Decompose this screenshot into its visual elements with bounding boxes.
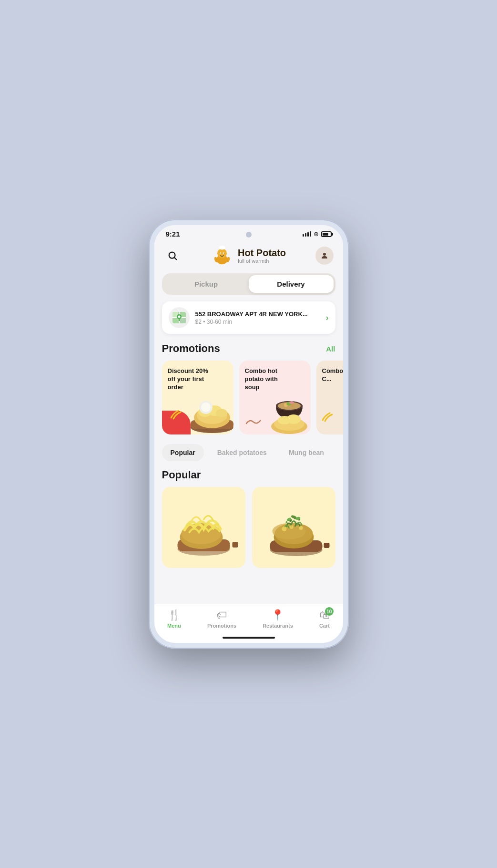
- address-chevron-icon: ›: [326, 313, 329, 323]
- svg-point-27: [216, 409, 227, 417]
- svg-point-8: [221, 253, 222, 254]
- promotions-icon: 🏷: [216, 609, 227, 621]
- svg-point-36: [289, 401, 294, 404]
- promo-deco-1: [169, 408, 183, 420]
- logo-area: Hot Potato full of warmth: [210, 244, 286, 268]
- app-header: Hot Potato full of warmth: [154, 240, 343, 273]
- svg-point-9: [223, 253, 224, 254]
- promo-label-3: Combo Coca C...: [322, 367, 343, 383]
- popular-title: Popular: [162, 469, 201, 481]
- battery-fill: [323, 233, 329, 236]
- nav-promotions-label: Promotions: [207, 623, 236, 629]
- logo-text: Hot Potato full of warmth: [238, 248, 286, 264]
- promotions-header: Promotions All: [154, 342, 343, 361]
- profile-button[interactable]: [315, 247, 334, 265]
- promo-food-3: [340, 389, 343, 434]
- status-time: 9:21: [166, 230, 180, 238]
- separator: •: [203, 319, 207, 325]
- nav-cart-label: Cart: [319, 623, 330, 629]
- signal-bar-2: [305, 233, 306, 237]
- svg-point-20: [178, 316, 180, 318]
- promo-deco-2: [244, 416, 261, 426]
- svg-line-1: [174, 258, 176, 259]
- search-button[interactable]: [164, 247, 181, 264]
- popular-grid: [154, 487, 343, 578]
- nav-promotions[interactable]: 🏷 Promotions: [207, 609, 236, 629]
- signal-bar-3: [307, 232, 309, 237]
- delivery-fee: $2: [195, 319, 202, 325]
- notch: [246, 232, 252, 238]
- food-card-1[interactable]: [162, 487, 245, 568]
- home-indicator: [154, 632, 343, 643]
- promo-card-1[interactable]: Discount 20% off your first order: [162, 361, 233, 434]
- category-tabs: Popular Baked potatoes Mung bean: [154, 444, 343, 469]
- svg-point-68: [282, 527, 286, 531]
- promo-card-2[interactable]: Combo hot potato with soup: [239, 361, 311, 434]
- signal-bar-4: [310, 231, 311, 237]
- svg-point-69: [289, 525, 293, 529]
- svg-point-64: [285, 521, 287, 523]
- tab-mung[interactable]: Mung bean: [280, 444, 333, 461]
- signal-icon: [303, 231, 311, 237]
- status-icons: ⊛: [303, 230, 332, 238]
- svg-rect-57: [324, 543, 329, 548]
- nav-menu[interactable]: 🍴 Menu: [167, 609, 181, 629]
- svg-point-3: [217, 248, 227, 258]
- svg-point-70: [299, 526, 303, 530]
- pickup-tab[interactable]: Pickup: [164, 275, 249, 293]
- svg-point-34: [291, 404, 294, 407]
- nav-restaurants[interactable]: 📍 Restaurants: [263, 609, 293, 629]
- svg-point-29: [201, 403, 211, 412]
- promotions-title: Promotions: [162, 342, 220, 355]
- promo-label-2: Combo hot potato with soup: [245, 367, 288, 392]
- delivery-tab[interactable]: Delivery: [249, 275, 334, 293]
- cart-icon: 🛍 10: [319, 609, 330, 621]
- popular-header: Popular: [154, 469, 343, 487]
- food-image-1: [162, 487, 245, 568]
- map-icon: [169, 307, 190, 328]
- logo-mascot: [210, 244, 234, 268]
- nav-restaurants-label: Restaurants: [263, 623, 293, 629]
- app-name: Hot Potato: [238, 248, 286, 258]
- wifi-icon: ⊛: [314, 230, 319, 238]
- svg-point-5: [219, 246, 225, 249]
- address-bar[interactable]: 552 BROADWAY APT 4R NEW YORK... $2 • 30-…: [162, 301, 335, 334]
- promotions-all-button[interactable]: All: [326, 345, 335, 353]
- home-bar: [223, 637, 275, 639]
- delivery-time: 30-60 min: [207, 319, 232, 325]
- address-street: 552 BROADWAY APT 4R NEW YORK...: [195, 310, 320, 318]
- phone-frame: 9:21 ⊛: [149, 219, 349, 649]
- svg-rect-51: [232, 542, 238, 548]
- promotions-scroll: Discount 20% off your first order: [154, 361, 343, 444]
- promo-label-1: Discount 20% off your first order: [168, 367, 211, 392]
- promo-deco-3: [320, 411, 335, 423]
- app-subtitle: full of warmth: [238, 258, 286, 264]
- nav-cart[interactable]: 🛍 10 Cart: [319, 609, 330, 629]
- restaurants-icon: 📍: [271, 609, 284, 621]
- tab-popular[interactable]: Popular: [162, 444, 204, 461]
- promo-food-2: [263, 389, 311, 434]
- address-text: 552 BROADWAY APT 4R NEW YORK... $2 • 30-…: [195, 310, 320, 325]
- phone-screen: 9:21 ⊛: [154, 225, 343, 643]
- address-details: $2 • 30-60 min: [195, 319, 320, 325]
- promo-card-3[interactable]: Combo Coca C...: [316, 361, 343, 434]
- svg-point-12: [323, 253, 326, 256]
- bottom-nav: 🍴 Menu 🏷 Promotions 📍 Restaurants 🛍 10 C…: [154, 604, 343, 632]
- battery-icon: [321, 231, 332, 237]
- food-card-2[interactable]: [252, 487, 335, 568]
- svg-point-40: [286, 414, 301, 424]
- tab-baked[interactable]: Baked potatoes: [209, 444, 275, 461]
- food-image-2: [252, 487, 335, 568]
- signal-bar-1: [303, 234, 304, 237]
- cart-badge: 10: [325, 607, 334, 616]
- svg-point-60: [272, 523, 305, 539]
- promo-food-1: [186, 389, 233, 434]
- menu-icon: 🍴: [168, 609, 181, 621]
- order-type-toggle: Pickup Delivery: [162, 273, 335, 295]
- main-scroll: Hot Potato full of warmth Pickup Deliver…: [154, 240, 343, 604]
- nav-menu-label: Menu: [167, 623, 181, 629]
